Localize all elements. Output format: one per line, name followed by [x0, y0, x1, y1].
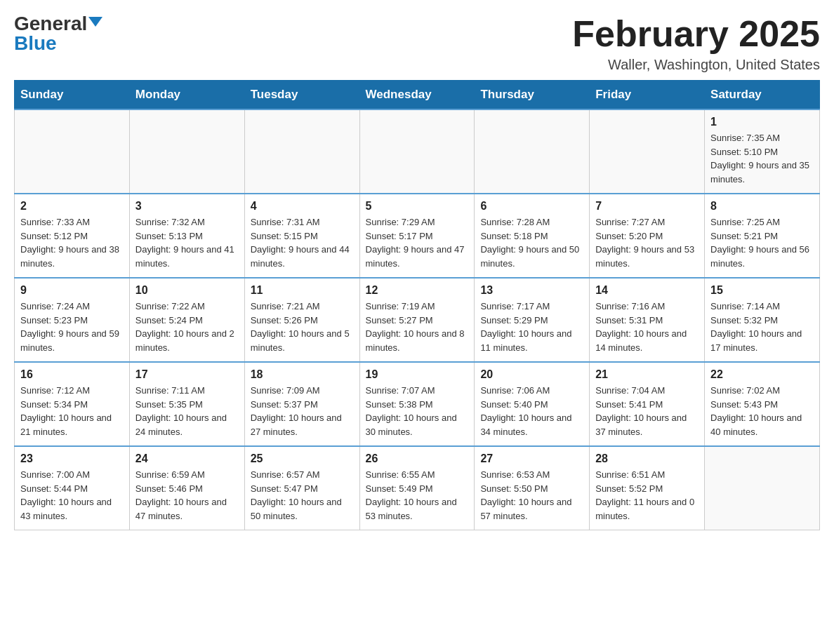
calendar-cell: [359, 109, 475, 194]
logo: General Blue: [14, 14, 102, 53]
calendar-cell: 21Sunrise: 7:04 AM Sunset: 5:41 PM Dayli…: [590, 362, 705, 446]
day-number: 25: [251, 452, 354, 465]
day-info: Sunrise: 7:35 AM Sunset: 5:10 PM Dayligh…: [710, 131, 814, 186]
day-info: Sunrise: 7:09 AM Sunset: 5:37 PM Dayligh…: [251, 384, 354, 438]
calendar-table: SundayMondayTuesdayWednesdayThursdayFrid…: [14, 80, 820, 530]
day-info: Sunrise: 7:28 AM Sunset: 5:18 PM Dayligh…: [480, 215, 583, 270]
calendar-week-row: 9Sunrise: 7:24 AM Sunset: 5:23 PM Daylig…: [15, 278, 820, 362]
calendar-cell: 6Sunrise: 7:28 AM Sunset: 5:18 PM Daylig…: [475, 194, 590, 278]
location-subtitle: Waller, Washington, United States: [572, 57, 820, 73]
calendar-week-row: 2Sunrise: 7:33 AM Sunset: 5:12 PM Daylig…: [15, 194, 820, 278]
day-number: 26: [366, 452, 469, 465]
calendar-cell: 2Sunrise: 7:33 AM Sunset: 5:12 PM Daylig…: [15, 194, 130, 278]
calendar-cell: 27Sunrise: 6:53 AM Sunset: 5:50 PM Dayli…: [475, 446, 590, 530]
day-number: 28: [595, 452, 699, 465]
day-number: 2: [20, 200, 124, 213]
month-title: February 2025: [572, 14, 820, 54]
day-number: 14: [595, 284, 699, 297]
day-number: 4: [251, 200, 354, 213]
day-info: Sunrise: 7:16 AM Sunset: 5:31 PM Dayligh…: [595, 300, 699, 354]
title-block: February 2025 Waller, Washington, United…: [572, 14, 820, 73]
logo-triangle-icon: [88, 17, 102, 27]
day-info: Sunrise: 7:31 AM Sunset: 5:15 PM Dayligh…: [251, 215, 354, 270]
calendar-day-header-saturday: Saturday: [705, 81, 820, 110]
day-number: 13: [480, 284, 583, 297]
day-info: Sunrise: 7:21 AM Sunset: 5:26 PM Dayligh…: [251, 300, 354, 354]
day-info: Sunrise: 7:06 AM Sunset: 5:40 PM Dayligh…: [480, 384, 583, 438]
calendar-body: 1Sunrise: 7:35 AM Sunset: 5:10 PM Daylig…: [15, 109, 820, 530]
day-info: Sunrise: 7:14 AM Sunset: 5:32 PM Dayligh…: [710, 300, 814, 354]
calendar-cell: 1Sunrise: 7:35 AM Sunset: 5:10 PM Daylig…: [705, 109, 820, 194]
calendar-cell: 8Sunrise: 7:25 AM Sunset: 5:21 PM Daylig…: [705, 194, 820, 278]
calendar-week-row: 16Sunrise: 7:12 AM Sunset: 5:34 PM Dayli…: [15, 362, 820, 446]
day-number: 9: [20, 284, 124, 297]
calendar-cell: 3Sunrise: 7:32 AM Sunset: 5:13 PM Daylig…: [129, 194, 244, 278]
calendar-day-header-friday: Friday: [590, 81, 705, 110]
day-info: Sunrise: 7:07 AM Sunset: 5:38 PM Dayligh…: [366, 384, 469, 438]
day-number: 23: [20, 452, 124, 465]
day-number: 10: [135, 284, 239, 297]
day-number: 24: [135, 452, 239, 465]
day-info: Sunrise: 7:27 AM Sunset: 5:20 PM Dayligh…: [595, 215, 699, 270]
calendar-cell: 26Sunrise: 6:55 AM Sunset: 5:49 PM Dayli…: [359, 446, 475, 530]
calendar-header-row: SundayMondayTuesdayWednesdayThursdayFrid…: [15, 81, 820, 110]
day-number: 11: [251, 284, 354, 297]
day-number: 8: [710, 200, 814, 213]
calendar-day-header-thursday: Thursday: [475, 81, 590, 110]
day-number: 5: [366, 200, 469, 213]
calendar-cell: 19Sunrise: 7:07 AM Sunset: 5:38 PM Dayli…: [359, 362, 475, 446]
day-number: 3: [135, 200, 239, 213]
day-number: 27: [480, 452, 583, 465]
calendar-cell: 12Sunrise: 7:19 AM Sunset: 5:27 PM Dayli…: [359, 278, 475, 362]
calendar-cell: 22Sunrise: 7:02 AM Sunset: 5:43 PM Dayli…: [705, 362, 820, 446]
day-info: Sunrise: 7:12 AM Sunset: 5:34 PM Dayligh…: [20, 384, 124, 438]
calendar-cell: 14Sunrise: 7:16 AM Sunset: 5:31 PM Dayli…: [590, 278, 705, 362]
day-number: 19: [366, 368, 469, 381]
calendar-cell: 17Sunrise: 7:11 AM Sunset: 5:35 PM Dayli…: [129, 362, 244, 446]
calendar-cell: [129, 109, 244, 194]
calendar-header: SundayMondayTuesdayWednesdayThursdayFrid…: [15, 81, 820, 110]
day-info: Sunrise: 6:59 AM Sunset: 5:46 PM Dayligh…: [135, 468, 239, 523]
day-info: Sunrise: 7:25 AM Sunset: 5:21 PM Dayligh…: [710, 215, 814, 270]
calendar-cell: 13Sunrise: 7:17 AM Sunset: 5:29 PM Dayli…: [475, 278, 590, 362]
day-info: Sunrise: 7:24 AM Sunset: 5:23 PM Dayligh…: [20, 300, 124, 354]
calendar-day-header-monday: Monday: [129, 81, 244, 110]
calendar-cell: 25Sunrise: 6:57 AM Sunset: 5:47 PM Dayli…: [244, 446, 359, 530]
day-info: Sunrise: 7:04 AM Sunset: 5:41 PM Dayligh…: [595, 384, 699, 438]
day-info: Sunrise: 7:02 AM Sunset: 5:43 PM Dayligh…: [710, 384, 814, 438]
day-info: Sunrise: 7:33 AM Sunset: 5:12 PM Dayligh…: [20, 215, 124, 270]
calendar-cell: 28Sunrise: 6:51 AM Sunset: 5:52 PM Dayli…: [590, 446, 705, 530]
calendar-cell: [705, 446, 820, 530]
day-info: Sunrise: 6:53 AM Sunset: 5:50 PM Dayligh…: [480, 468, 583, 523]
day-info: Sunrise: 7:19 AM Sunset: 5:27 PM Dayligh…: [366, 300, 469, 354]
calendar-cell: 9Sunrise: 7:24 AM Sunset: 5:23 PM Daylig…: [15, 278, 130, 362]
day-info: Sunrise: 7:17 AM Sunset: 5:29 PM Dayligh…: [480, 300, 583, 354]
day-number: 1: [710, 116, 814, 128]
day-info: Sunrise: 6:51 AM Sunset: 5:52 PM Dayligh…: [595, 468, 699, 523]
day-info: Sunrise: 7:11 AM Sunset: 5:35 PM Dayligh…: [135, 384, 239, 438]
day-number: 15: [710, 284, 814, 297]
day-number: 20: [480, 368, 583, 381]
calendar-day-header-wednesday: Wednesday: [359, 81, 475, 110]
calendar-cell: 5Sunrise: 7:29 AM Sunset: 5:17 PM Daylig…: [359, 194, 475, 278]
day-number: 12: [366, 284, 469, 297]
day-info: Sunrise: 7:32 AM Sunset: 5:13 PM Dayligh…: [135, 215, 239, 270]
calendar-cell: 24Sunrise: 6:59 AM Sunset: 5:46 PM Dayli…: [129, 446, 244, 530]
calendar-cell: 7Sunrise: 7:27 AM Sunset: 5:20 PM Daylig…: [590, 194, 705, 278]
day-info: Sunrise: 6:57 AM Sunset: 5:47 PM Dayligh…: [251, 468, 354, 523]
day-info: Sunrise: 7:29 AM Sunset: 5:17 PM Dayligh…: [366, 215, 469, 270]
calendar-cell: 18Sunrise: 7:09 AM Sunset: 5:37 PM Dayli…: [244, 362, 359, 446]
day-info: Sunrise: 7:00 AM Sunset: 5:44 PM Dayligh…: [20, 468, 124, 523]
calendar-cell: [244, 109, 359, 194]
calendar-cell: 11Sunrise: 7:21 AM Sunset: 5:26 PM Dayli…: [244, 278, 359, 362]
calendar-week-row: 23Sunrise: 7:00 AM Sunset: 5:44 PM Dayli…: [15, 446, 820, 530]
calendar-day-header-sunday: Sunday: [15, 81, 130, 110]
day-number: 7: [595, 200, 699, 213]
calendar-day-header-tuesday: Tuesday: [244, 81, 359, 110]
day-number: 22: [710, 368, 814, 381]
day-number: 16: [20, 368, 124, 381]
day-number: 17: [135, 368, 239, 381]
calendar-cell: [475, 109, 590, 194]
calendar-cell: [590, 109, 705, 194]
calendar-cell: 4Sunrise: 7:31 AM Sunset: 5:15 PM Daylig…: [244, 194, 359, 278]
